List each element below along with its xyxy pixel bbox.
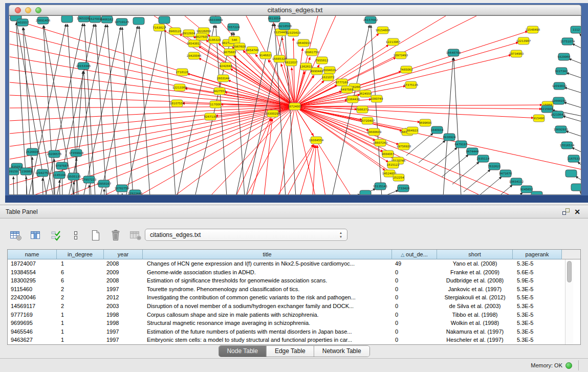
graph-node[interactable]: 23420046 (187, 52, 202, 59)
table-cell[interactable]: Franke et al. (2009) (437, 268, 513, 277)
graph-node[interactable]: 20891406 (36, 17, 51, 24)
table-cell[interactable]: 0 (392, 293, 437, 302)
table-cell[interactable]: 6 (57, 276, 104, 285)
table-row[interactable]: 1938455462009Genome-wide association stu… (8, 268, 580, 277)
table-cell[interactable]: Jankovic et al. (1997) (437, 285, 513, 294)
table-cell[interactable]: 5.3E-5 (513, 336, 562, 344)
graph-node[interactable]: 8938924 (443, 134, 456, 141)
table-cell[interactable]: 1 (57, 311, 104, 319)
table-cell[interactable]: Hescheler et al. (1997) (437, 336, 513, 344)
graph-node[interactable]: 10958167 (97, 180, 112, 187)
table-cell[interactable]: 14569117 (8, 302, 57, 311)
graph-node[interactable]: 10719125 (115, 18, 129, 26)
table-header-cell[interactable]: title (143, 250, 392, 259)
table-cell[interactable]: Estimation of significance thresholds fo… (143, 276, 392, 285)
graph-node[interactable]: 9474444 (466, 148, 479, 155)
table-cell[interactable]: 19384554 (8, 268, 57, 277)
graph-node[interactable]: 1621072 (322, 74, 335, 81)
graph-node[interactable]: 8813054 (268, 16, 281, 22)
table-cell[interactable]: 2 (57, 285, 104, 294)
table-cell[interactable]: de Silva et al. (2003) (437, 302, 513, 311)
graph-node[interactable]: 9827509 (195, 33, 208, 40)
graph-node[interactable]: 12942757 (35, 169, 50, 177)
graph-node[interactable]: 17016534 (560, 142, 575, 149)
float-panel-icon[interactable] (561, 208, 571, 216)
table-source-selector[interactable]: citations_edges.txt ▲▼ (145, 229, 347, 241)
table-cell[interactable]: 2003 (104, 302, 143, 311)
graph-node[interactable]: 6479197 (455, 141, 468, 148)
select-columns-icon[interactable] (49, 229, 62, 242)
table-cell[interactable]: 9465546 (8, 327, 57, 336)
graph-node[interactable]: 9699695 (419, 119, 432, 126)
graph-node[interactable]: 8454749 (246, 47, 259, 54)
hub-node[interactable]: 18724007 (288, 103, 302, 110)
table-cell[interactable]: 1 (57, 336, 104, 344)
graph-node[interactable]: 9329966 (558, 53, 571, 60)
table-cell[interactable]: Structural magnetic resonance image aver… (143, 319, 392, 327)
graph-node[interactable]: 10688609 (367, 128, 382, 136)
graph-node[interactable]: 19756928 (397, 143, 411, 150)
graph-node[interactable]: 7955812 (316, 57, 329, 64)
graph-node[interactable]: 9146821 (259, 52, 272, 59)
table-row[interactable]: 911546021997Tourette syndrome. Phenomeno… (8, 285, 580, 294)
graph-node[interactable]: 16154808 (376, 27, 390, 34)
table-cell[interactable]: Investigating the contribution of common… (143, 293, 392, 302)
network-window-titlebar[interactable]: citations_edges.txt (9, 5, 581, 15)
table-cell[interactable]: 5.3E-5 (513, 327, 562, 336)
table-cell[interactable]: Disruption of a novel member of a sodium… (143, 302, 392, 311)
graph-node[interactable]: 1145194 (53, 171, 66, 179)
graph-node[interactable]: 9875685 (224, 49, 236, 56)
graph-node[interactable]: 884923 (407, 127, 418, 134)
graph-node[interactable]: 18640910 (296, 39, 311, 47)
graph-node[interactable]: 9227343 (555, 68, 568, 75)
table-cell[interactable]: 49 (392, 259, 437, 268)
graph-node[interactable]: 9242848 (220, 62, 232, 70)
graph-node[interactable]: 11548498 (526, 26, 540, 33)
graph-node[interactable]: 117006 (210, 101, 221, 108)
table-row[interactable]: 2242004622012Investigating the contribut… (8, 293, 580, 302)
graph-node[interactable]: 7632621 (488, 163, 501, 170)
graph-node[interactable]: 12444158 (552, 97, 567, 104)
tab-network-table[interactable]: Network Table (314, 346, 369, 357)
graph-node[interactable]: 9990448 (311, 68, 323, 75)
graph-node[interactable]: 7986372 (356, 106, 369, 113)
table-vertical-scrollbar[interactable] (565, 259, 573, 344)
graph-node[interactable]: 10654112 (509, 178, 524, 185)
table-cell[interactable]: 2012 (104, 293, 143, 302)
table-cell[interactable]: 1998 (104, 311, 143, 319)
graph-node[interactable]: 8912934 (183, 30, 195, 37)
table-cell[interactable]: 5.3E-5 (513, 302, 562, 311)
graph-node[interactable] (565, 170, 577, 177)
table-cell[interactable]: 5.5E-5 (513, 293, 562, 302)
graph-node[interactable]: 26157682 (363, 16, 378, 24)
graph-node[interactable]: 10973493 (394, 52, 408, 59)
graph-node[interactable]: 8466162 (101, 16, 114, 23)
table-cell[interactable]: 22420046 (8, 293, 57, 302)
close-panel-icon[interactable]: ✕ (573, 208, 582, 216)
table-cell[interactable]: Embryonic stem cells: a model to study s… (143, 336, 392, 344)
table-cell[interactable]: 1 (57, 319, 104, 327)
graph-node[interactable]: 15720407 (360, 117, 375, 124)
graph-node[interactable]: 15692931 (554, 126, 569, 133)
graph-node[interactable]: 2526605 (26, 148, 39, 156)
table-cell[interactable]: Yano et al. (2008) (437, 259, 513, 268)
table-cell[interactable]: 5.3E-5 (513, 285, 562, 294)
graph-node[interactable]: 1112 (571, 26, 581, 33)
table-row[interactable]: 946362711997Embryonic stem cells: a mode… (8, 336, 580, 344)
graph-node[interactable]: 16648784 (446, 49, 461, 56)
graph-node[interactable]: 2803144 (217, 75, 230, 82)
table-cell[interactable]: Corpus callosum shape and size in male p… (143, 311, 392, 319)
graph-node[interactable]: 8215938 (541, 105, 554, 113)
graph-node[interactable]: 12923446 (128, 190, 143, 195)
graph-node[interactable] (159, 16, 170, 24)
graph-node[interactable]: 8471676 (499, 170, 512, 177)
graph-node[interactable]: 6497568 (341, 86, 354, 93)
graph-node[interactable] (571, 184, 581, 191)
graph-node[interactable]: 13505135 (67, 173, 81, 180)
graph-node[interactable]: 12213369 (172, 84, 187, 91)
graph-node[interactable]: 9245652 (520, 186, 533, 193)
graph-node[interactable]: 6822037 (285, 59, 298, 66)
table-cell[interactable]: 5.3E-5 (513, 259, 562, 268)
table-header-cell[interactable]: in_degree (57, 250, 104, 259)
table-cell[interactable]: 18724007 (8, 259, 57, 268)
